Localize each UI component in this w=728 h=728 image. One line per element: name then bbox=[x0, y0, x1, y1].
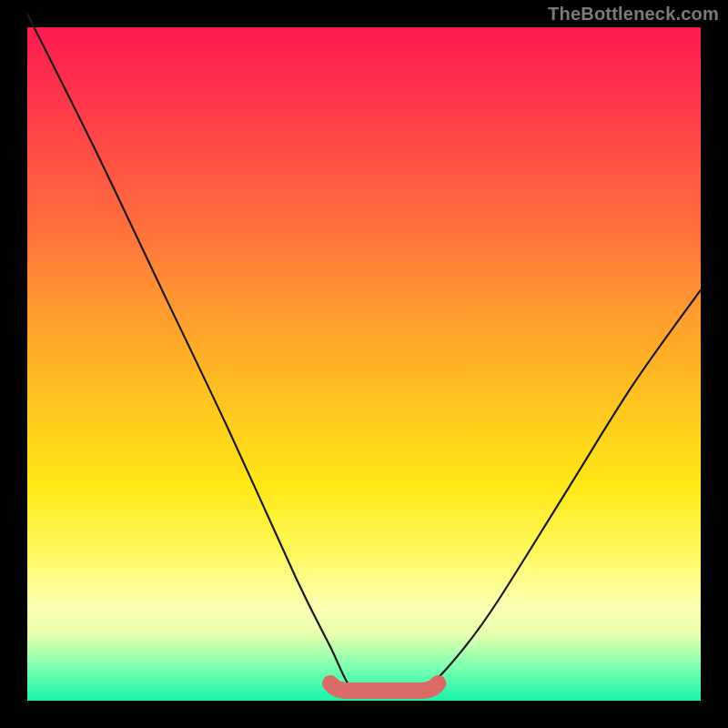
highlight-band bbox=[330, 683, 438, 691]
attribution-text: TheBottleneck.com bbox=[548, 4, 719, 25]
curve-svg bbox=[27, 27, 701, 701]
plot-area bbox=[27, 27, 701, 701]
chart-frame: TheBottleneck.com bbox=[0, 0, 728, 728]
bottleneck-curve bbox=[27, 14, 701, 695]
